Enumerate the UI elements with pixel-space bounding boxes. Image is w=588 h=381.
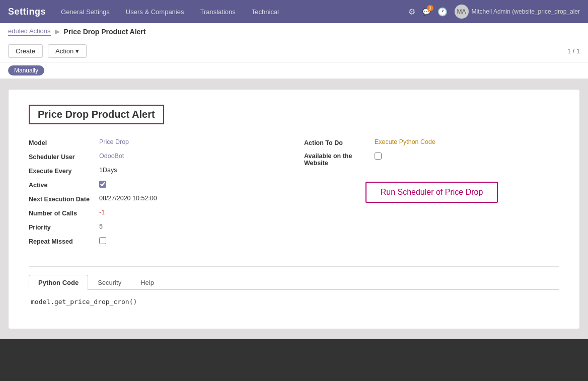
chat-count: 3 bbox=[427, 5, 433, 11]
breadcrumb-current: Price Drop Product Alert bbox=[64, 28, 146, 36]
tabs-section: Python Code Security Help model.get_pric… bbox=[29, 266, 559, 314]
model-field-row: Model Price Drop bbox=[29, 138, 284, 146]
action-to-do-value: Execute Python Code bbox=[375, 138, 435, 145]
chat-badge-container[interactable]: 💬 3 bbox=[422, 8, 430, 16]
topbar-right: ⚙ 💬 3 🕐 MA Mitchell Admin (website_price… bbox=[408, 5, 580, 19]
breadcrumb: eduled Actions ▶ Price Drop Product Aler… bbox=[0, 23, 588, 40]
page-background-bottom bbox=[0, 339, 588, 381]
active-checkbox[interactable] bbox=[99, 181, 106, 188]
nav-technical[interactable]: Technical bbox=[249, 6, 282, 18]
priority-value: 5 bbox=[99, 223, 103, 230]
settings-icon[interactable]: ⚙ bbox=[408, 7, 415, 17]
available-website-checkbox[interactable] bbox=[375, 153, 382, 160]
number-of-calls-value: -1 bbox=[99, 209, 105, 216]
priority-field-row: Priority 5 bbox=[29, 223, 284, 231]
breadcrumb-link[interactable]: eduled Actions bbox=[8, 27, 51, 36]
form-title: Price Drop Product Alert bbox=[29, 105, 164, 124]
action-button[interactable]: Action ▾ bbox=[48, 44, 87, 58]
status-badge: Manually bbox=[8, 65, 44, 75]
model-value[interactable]: Price Drop bbox=[99, 138, 129, 145]
execute-every-label: Execute Every bbox=[29, 167, 99, 175]
form-body: Model Price Drop Scheduler User OdooBot … bbox=[29, 138, 559, 251]
avatar: MA bbox=[455, 5, 469, 19]
scheduler-user-label: Scheduler User bbox=[29, 153, 99, 161]
tab-list: Python Code Security Help bbox=[29, 275, 559, 290]
available-website-label: Available on the Website bbox=[304, 153, 375, 167]
run-btn-container: Run Scheduler of Price Drop bbox=[304, 177, 559, 203]
next-execution-value: 08/27/2020 10:52:00 bbox=[99, 195, 157, 202]
form-right-section: Action To Do Execute Python Code Availab… bbox=[304, 138, 559, 251]
next-execution-label: Next Execution Date bbox=[29, 195, 99, 203]
scheduler-user-field-row: Scheduler User OdooBot bbox=[29, 153, 284, 161]
action-to-do-label: Action To Do bbox=[304, 138, 375, 146]
form-left-fields: Model Price Drop Scheduler User OdooBot … bbox=[29, 138, 284, 251]
form-card: Price Drop Product Alert Model Price Dro… bbox=[8, 89, 580, 329]
active-label: Active bbox=[29, 181, 99, 189]
repeat-missed-label: Repeat Missed bbox=[29, 237, 99, 245]
action-dropdown-icon: ▾ bbox=[76, 47, 79, 55]
next-execution-field-row: Next Execution Date 08/27/2020 10:52:00 bbox=[29, 195, 284, 203]
run-scheduler-button[interactable]: Run Scheduler of Price Drop bbox=[365, 182, 498, 203]
repeat-missed-field-row: Repeat Missed bbox=[29, 237, 284, 245]
avatar-text: MA bbox=[457, 8, 466, 15]
action-label: Action bbox=[55, 47, 74, 55]
available-website-field-row: Available on the Website bbox=[304, 153, 559, 167]
clock-icon[interactable]: 🕐 bbox=[437, 7, 448, 17]
pagination: 1 / 1 bbox=[567, 47, 580, 55]
user-name: Mitchell Admin (website_price_drop_aler bbox=[472, 8, 580, 15]
active-field-row: Active bbox=[29, 181, 284, 189]
breadcrumb-separator: ▶ bbox=[55, 28, 60, 35]
repeat-missed-checkbox[interactable] bbox=[99, 237, 106, 244]
tab-security[interactable]: Security bbox=[88, 275, 131, 290]
action-to-do-field-row: Action To Do Execute Python Code bbox=[304, 138, 559, 146]
create-button[interactable]: Create bbox=[8, 44, 43, 58]
nav-users-companies[interactable]: Users & Companies bbox=[123, 6, 187, 18]
app-title: Settings bbox=[8, 7, 46, 17]
scheduler-user-value[interactable]: OdooBot bbox=[99, 153, 124, 160]
execute-every-value: 1Days bbox=[99, 167, 117, 174]
status-bar: Manually bbox=[0, 62, 588, 79]
number-of-calls-label: Number of Calls bbox=[29, 209, 99, 217]
model-label: Model bbox=[29, 138, 99, 146]
nav-translations[interactable]: Translations bbox=[197, 6, 238, 18]
main-content: Price Drop Product Alert Model Price Dro… bbox=[0, 79, 588, 339]
user-info[interactable]: MA Mitchell Admin (website_price_drop_al… bbox=[455, 5, 580, 19]
tab-help[interactable]: Help bbox=[131, 275, 164, 290]
topbar: Settings General Settings Users & Compan… bbox=[0, 0, 588, 23]
priority-label: Priority bbox=[29, 223, 99, 231]
number-of-calls-field-row: Number of Calls -1 bbox=[29, 209, 284, 217]
tab-content-python-code: model.get_price_drop_cron() bbox=[29, 290, 559, 314]
tab-python-code[interactable]: Python Code bbox=[29, 275, 88, 290]
nav-general-settings[interactable]: General Settings bbox=[58, 6, 113, 18]
code-content: model.get_price_drop_cron() bbox=[31, 298, 137, 306]
toolbar: Create Action ▾ 1 / 1 bbox=[0, 40, 588, 62]
execute-every-field-row: Execute Every 1Days bbox=[29, 167, 284, 175]
top-navigation: General Settings Users & Companies Trans… bbox=[58, 6, 396, 18]
